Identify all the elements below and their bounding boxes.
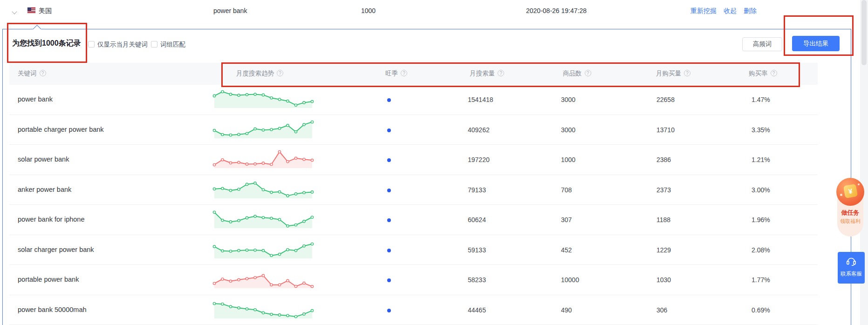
peak-season-dot xyxy=(387,249,391,252)
record-count: 1000 xyxy=(361,7,376,14)
keyword-cell[interactable]: portable power bank xyxy=(18,276,79,283)
sparkle-icon xyxy=(840,194,842,196)
monthly-purchase-cell: 2373 xyxy=(656,186,671,194)
high-freq-words-button[interactable]: 高频词 xyxy=(742,37,782,51)
column-header-2: 月度搜索趋势? xyxy=(236,69,283,78)
peak-season-dot xyxy=(387,278,391,282)
record-timestamp: 2020-08-26 19:47:28 xyxy=(526,7,587,14)
collapse-link[interactable]: 收起 xyxy=(724,7,737,15)
column-header-label: 月购买量 xyxy=(656,70,681,77)
monthly-purchase-cell: 1229 xyxy=(656,246,671,254)
checkbox-current-month[interactable] xyxy=(88,41,95,47)
products-cell: 3000 xyxy=(561,126,575,134)
table-row[interactable]: solar charger power bank5913345212292.08… xyxy=(9,235,818,265)
keyword-mining-screen: 美国 power bank 1000 2020-08-26 19:47:28 重… xyxy=(0,0,868,325)
task-badge-line1: 做任务 xyxy=(837,209,863,217)
keyword-cell[interactable]: solar power bank xyxy=(18,156,69,163)
table-row[interactable]: portable charger power bank4092623000137… xyxy=(9,115,818,145)
peak-season-dot xyxy=(387,129,391,132)
column-header-label: 月度搜索趋势 xyxy=(236,70,274,77)
contact-support-button[interactable]: 联系客服 xyxy=(838,252,865,284)
peak-season-dot xyxy=(387,98,391,102)
products-cell: 10000 xyxy=(561,276,579,284)
help-icon[interactable]: ? xyxy=(401,70,407,76)
keyword-cell[interactable]: portable charger power bank xyxy=(18,126,104,133)
products-cell: 452 xyxy=(561,246,572,254)
column-header-label: 关键词 xyxy=(18,70,37,77)
headset-icon xyxy=(846,256,857,268)
monthly-search-cell: 58233 xyxy=(468,276,486,284)
table-row[interactable]: anker power bank7913370823733.00% xyxy=(9,175,818,205)
help-icon[interactable]: ? xyxy=(277,70,283,76)
trend-sparkline xyxy=(212,209,314,230)
purchase-rate-cell: 1.96% xyxy=(752,216,770,223)
keyword-cell[interactable]: anker power bank xyxy=(18,186,71,193)
help-icon[interactable]: ? xyxy=(498,70,504,76)
export-results-button[interactable]: 导出结果 xyxy=(792,36,840,51)
record-actions: 重新挖掘 收起 删除 xyxy=(690,7,757,15)
table-row[interactable]: portable power bank582331000010301.77% xyxy=(9,265,818,295)
trend-sparkline xyxy=(212,269,314,291)
monthly-search-cell: 59133 xyxy=(468,246,486,254)
trend-sparkline xyxy=(212,239,314,261)
table-header: 关键词?月度搜索趋势?旺季?月搜索量?商品数?月购买量?购买率? xyxy=(9,63,818,85)
monthly-search-cell: 60624 xyxy=(468,216,486,223)
monthly-purchase-cell: 1030 xyxy=(656,276,671,284)
trend-sparkline xyxy=(212,89,314,110)
products-cell: 3000 xyxy=(561,96,575,103)
monthly-purchase-cell: 13710 xyxy=(656,126,675,134)
products-cell: 307 xyxy=(561,216,572,223)
peak-season-dot xyxy=(387,218,391,222)
keyword-cell[interactable]: power bank xyxy=(18,95,53,103)
products-cell: 490 xyxy=(561,306,572,314)
purchase-rate-cell: 1.47% xyxy=(752,96,770,103)
column-header-label: 旺季 xyxy=(385,70,398,77)
help-icon[interactable]: ? xyxy=(40,70,46,76)
column-header-6: 月购买量? xyxy=(656,69,690,78)
column-header-3: 旺季? xyxy=(385,69,407,78)
checkbox-current-month-label: 仅显示当月关键词 xyxy=(97,41,148,49)
purchase-rate-cell: 3.35% xyxy=(752,126,770,134)
table-row[interactable]: power bank15414183000226581.47% xyxy=(9,85,818,115)
monthly-purchase-cell: 306 xyxy=(656,306,667,314)
column-header-4: 月搜索量? xyxy=(470,69,504,78)
checkbox-phrase-match[interactable] xyxy=(151,41,157,47)
table-row[interactable]: solar power bank197220100023861.21% xyxy=(9,145,818,175)
remine-link[interactable]: 重新挖掘 xyxy=(690,7,717,15)
task-reward-icon[interactable]: ¥ xyxy=(836,178,864,206)
keyword-cell[interactable]: power bank for iphone xyxy=(18,216,85,223)
contact-support-label: 联系客服 xyxy=(838,271,865,278)
monthly-search-cell: 1541418 xyxy=(468,96,493,103)
keyword-cell[interactable]: power bank 50000mah xyxy=(18,306,87,313)
trend-sparkline xyxy=(212,119,314,141)
records-found-title: 为您找到1000条记录 xyxy=(12,39,81,48)
trend-sparkline xyxy=(212,179,314,201)
help-icon[interactable]: ? xyxy=(585,70,591,76)
checkbox-phrase-match-label: 词组匹配 xyxy=(160,41,185,49)
table-row[interactable]: power bank 50000mah444654903060.69% xyxy=(9,295,818,325)
table-row[interactable]: power bank for iphone6062430711881.96% xyxy=(9,205,818,235)
column-header-7: 购买率? xyxy=(749,69,777,78)
help-icon[interactable]: ? xyxy=(684,70,690,76)
record-keyword: power bank xyxy=(213,7,247,14)
record-bar: 美国 power bank 1000 2020-08-26 19:47:28 重… xyxy=(0,0,868,29)
products-cell: 1000 xyxy=(561,156,575,163)
column-header-label: 商品数 xyxy=(563,70,582,77)
record-country: 美国 xyxy=(39,7,52,15)
monthly-purchase-cell: 1188 xyxy=(656,216,670,223)
keyword-cell[interactable]: solar charger power bank xyxy=(18,246,94,253)
scrollbar-thumb[interactable] xyxy=(861,0,867,65)
column-header-label: 购买率 xyxy=(749,70,768,77)
purchase-rate-cell: 0.69% xyxy=(752,306,770,314)
purchase-rate-cell: 1.21% xyxy=(752,156,770,163)
chevron-down-icon[interactable] xyxy=(12,9,17,14)
monthly-purchase-cell: 2386 xyxy=(656,156,671,163)
peak-season-dot xyxy=(387,309,391,312)
help-icon[interactable]: ? xyxy=(771,70,777,76)
column-header-1: 关键词? xyxy=(18,69,46,78)
purchase-rate-cell: 3.00% xyxy=(752,186,770,194)
delete-link[interactable]: 删除 xyxy=(744,7,757,15)
monthly-search-cell: 79133 xyxy=(468,186,486,194)
sparkle-icon xyxy=(858,183,860,185)
products-cell: 708 xyxy=(561,186,572,194)
